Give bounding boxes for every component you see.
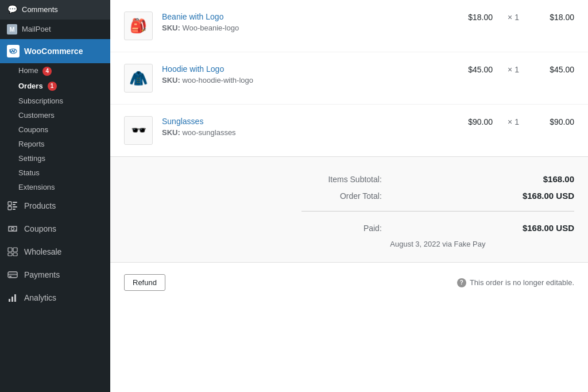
- not-editable-text: This order is no longer editable.: [470, 278, 574, 287]
- product-info-beanie: Beanie with Logo SKU: Woo-beanie-logo: [162, 11, 443, 32]
- svg-rect-5: [13, 206, 17, 207]
- analytics-icon: [7, 292, 18, 303]
- help-icon: ?: [457, 278, 466, 287]
- coupons-icon: [7, 223, 18, 235]
- product-price-sunglasses: $90.00: [452, 116, 493, 126]
- svg-rect-6: [13, 209, 16, 210]
- product-price-hoodie: $45.00: [452, 64, 493, 74]
- product-qty-beanie: × 1: [502, 11, 525, 22]
- subtotal-value: $168.00: [505, 174, 574, 184]
- sidebar-item-coupons2[interactable]: Coupons: [0, 217, 110, 240]
- order-row-sunglasses: 🕶️ Sunglasses SKU: woo-sunglasses $90.00…: [110, 105, 588, 157]
- product-qty-sunglasses: × 1: [502, 116, 525, 126]
- svg-rect-10: [8, 248, 12, 252]
- svg-rect-3: [13, 202, 17, 203]
- product-name-beanie[interactable]: Beanie with Logo: [162, 12, 223, 21]
- sidebar-item-home[interactable]: Home 4: [0, 63, 110, 79]
- sidebar-item-analytics[interactable]: Analytics: [0, 286, 110, 309]
- sidebar-item-payments[interactable]: Payments: [0, 263, 110, 286]
- products-icon: [7, 200, 18, 212]
- sidebar-item-settings[interactable]: Settings: [0, 151, 110, 166]
- payments-icon: [7, 269, 18, 280]
- sidebar: 💬 Comments M MailPoet WooCommerce Home 4…: [0, 0, 110, 392]
- mailpoet-icon: M: [7, 24, 17, 34]
- product-thumb-sunglasses: 🕶️: [124, 116, 153, 145]
- order-row-beanie: 🎒 Beanie with Logo SKU: Woo-beanie-logo …: [110, 0, 588, 52]
- product-sku-beanie: SKU: Woo-beanie-logo: [162, 24, 443, 32]
- product-info-sunglasses: Sunglasses SKU: woo-sunglasses: [162, 116, 443, 137]
- sidebar-item-customers[interactable]: Customers: [0, 108, 110, 122]
- svg-rect-11: [13, 248, 17, 252]
- sidebar-item-wholesale[interactable]: Wholesale: [0, 240, 110, 263]
- sidebar-item-subscriptions[interactable]: Subscriptions: [0, 94, 110, 108]
- wholesale-icon: [7, 246, 18, 258]
- actions-section: Refund ? This order is no longer editabl…: [110, 263, 588, 302]
- sidebar-item-reports[interactable]: Reports: [0, 137, 110, 151]
- svg-point-7: [11, 227, 14, 230]
- sidebar-item-coupons[interactable]: Coupons: [0, 122, 110, 137]
- sidebar-item-extensions[interactable]: Extensions: [0, 180, 110, 194]
- order-row-hoodie: 🧥 Hoodie with Logo SKU: woo-hoodie-with-…: [110, 52, 588, 105]
- sidebar-item-status[interactable]: Status: [0, 166, 110, 180]
- order-total-label: Order Total:: [301, 191, 382, 201]
- total-divider: [301, 211, 574, 212]
- comments-icon: 💬: [7, 5, 17, 15]
- svg-rect-18: [11, 297, 13, 302]
- svg-rect-19: [14, 294, 16, 302]
- main-content: 🎒 Beanie with Logo SKU: Woo-beanie-logo …: [110, 0, 588, 392]
- svg-rect-15: [8, 274, 17, 275]
- product-name-sunglasses[interactable]: Sunglasses: [162, 117, 203, 126]
- svg-rect-1: [8, 202, 11, 205]
- sidebar-item-comments[interactable]: 💬 Comments: [0, 0, 110, 20]
- product-total-sunglasses: $90.00: [534, 116, 574, 126]
- woocommerce-header[interactable]: WooCommerce: [0, 39, 110, 63]
- sidebar-item-orders[interactable]: Orders 1: [0, 79, 110, 94]
- product-price-beanie: $18.00: [452, 11, 493, 22]
- product-total-beanie: $18.00: [534, 11, 574, 22]
- product-thumb-hoodie: 🧥: [124, 64, 153, 93]
- order-total-row: Order Total: $168.00 USD: [301, 187, 574, 204]
- product-sku-sunglasses: SKU: woo-sunglasses: [162, 128, 443, 137]
- sidebar-item-products[interactable]: Products: [0, 194, 110, 217]
- order-total-value: $168.00 USD: [505, 191, 574, 201]
- totals-section: Items Subtotal: $168.00 Order Total: $16…: [110, 157, 588, 263]
- svg-rect-17: [9, 299, 10, 302]
- paid-row: Paid: $168.00 USD: [301, 218, 574, 237]
- product-name-hoodie[interactable]: Hoodie with Logo: [162, 64, 224, 74]
- svg-rect-2: [8, 206, 11, 210]
- subtotal-row: Items Subtotal: $168.00: [301, 171, 574, 187]
- product-info-hoodie: Hoodie with Logo SKU: woo-hoodie-with-lo…: [162, 64, 443, 84]
- svg-rect-12: [8, 253, 12, 256]
- product-qty-hoodie: × 1: [502, 64, 525, 74]
- svg-rect-4: [13, 204, 16, 205]
- sidebar-item-mailpoet[interactable]: M MailPoet: [0, 20, 110, 39]
- product-total-hoodie: $45.00: [534, 64, 574, 74]
- paid-date: August 3, 2022 via Fake Pay: [301, 240, 574, 248]
- not-editable-notice: ? This order is no longer editable.: [457, 278, 574, 287]
- refund-button[interactable]: Refund: [124, 274, 165, 291]
- subtotal-label: Items Subtotal:: [301, 175, 382, 184]
- svg-rect-16: [9, 276, 11, 277]
- svg-rect-13: [13, 253, 17, 256]
- woo-logo-icon: [7, 45, 20, 57]
- paid-label: Paid:: [301, 224, 382, 233]
- product-thumb-beanie: 🎒: [124, 11, 153, 40]
- product-sku-hoodie: SKU: woo-hoodie-with-logo: [162, 76, 443, 84]
- paid-value: $168.00 USD: [505, 223, 574, 233]
